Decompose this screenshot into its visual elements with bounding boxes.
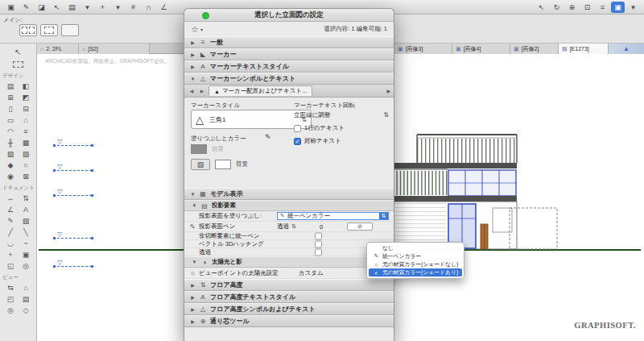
object-icon[interactable]: ○ (19, 160, 34, 171)
layout-preset-1[interactable] (19, 24, 37, 36)
section-floor-symbol-text[interactable]: ▶ △ フロア高度シンボルおよびテキスト (184, 303, 394, 315)
tab-image3[interactable]: ▣ [画像3] (394, 44, 452, 54)
label-icon[interactable]: ✎ (3, 215, 19, 227)
elevation-drawing[interactable] (370, 121, 572, 258)
checkbox-unchecked[interactable] (315, 248, 322, 256)
menu-item-none[interactable]: なし (369, 244, 462, 252)
section-general[interactable]: ▶ ≡ 一般 (184, 36, 394, 48)
dimension-icon[interactable]: ↔ (3, 193, 19, 204)
guide-line-icon[interactable]: ∠ (157, 2, 171, 13)
section-model-display[interactable]: ▼ ▦ モデル表示 (184, 188, 394, 200)
zoom-icon[interactable]: ⊕ (565, 2, 579, 13)
column-icon[interactable]: ▯ (3, 103, 19, 114)
checkbox-unchecked[interactable] (294, 125, 301, 132)
select-arrow-icon[interactable]: ↖ (50, 2, 64, 13)
figure-icon[interactable]: ▣ (19, 249, 34, 260)
stair-icon[interactable]: ≡ (19, 126, 34, 137)
detail-icon[interactable]: ◎ (3, 305, 19, 316)
tab-image4[interactable]: ▣ [画像4] (452, 44, 510, 54)
section-marker-symbol-text[interactable]: ▼ △ マーカーシンボルとテキスト (184, 73, 394, 85)
angle-dimension-icon[interactable]: ∠ (3, 204, 19, 215)
level-marker[interactable]: ▽ (53, 145, 93, 153)
fill-icon[interactable]: ▧ (19, 215, 34, 227)
shell-icon[interactable]: ◠ (3, 126, 19, 137)
projection-fill-select[interactable]: ✎ 統一ペンカラー ⇅ (277, 212, 389, 220)
curtain-wall-icon[interactable]: ▦ (19, 137, 34, 148)
fill-pattern-button[interactable]: ▨ (191, 159, 210, 170)
tab-marker-placement[interactable]: ▲ マーカー配置およびテキスト... (208, 85, 312, 96)
line-icon[interactable]: ╱ (3, 227, 19, 238)
zone-icon[interactable]: ▧ (3, 148, 19, 160)
favorites-caret-icon[interactable]: ▾ (200, 27, 203, 32)
worksheet-icon[interactable]: ▤ (19, 293, 34, 305)
section-marker[interactable]: ▶ ◣ マーカー (184, 48, 394, 60)
marquee-tool-icon[interactable] (5, 58, 32, 70)
favorites-star-icon[interactable]: ☆ (191, 24, 199, 35)
checkbox-unchecked[interactable] (315, 240, 322, 247)
orbit-icon[interactable]: ↻ (550, 2, 564, 13)
snap-magnet-icon[interactable]: ∩ (142, 2, 155, 13)
eraser-icon[interactable]: ◪ (35, 2, 48, 13)
slab-icon[interactable]: ▭ (3, 114, 19, 126)
layout-preset-3[interactable] (61, 24, 79, 36)
arrow-tool-icon[interactable]: ↖ (5, 46, 32, 58)
camera-icon[interactable]: ◎ (19, 260, 34, 272)
pen-number-field[interactable]: 0 (320, 223, 323, 231)
prev-tab-icon[interactable]: ◀ (188, 88, 196, 94)
arc-icon[interactable]: ◡ (3, 238, 19, 249)
tab-s2[interactable]: ⌂ [S2] (79, 44, 150, 54)
lamp-icon[interactable]: ◉ (3, 171, 19, 182)
single-line-text-option[interactable]: 1行のテキスト (294, 124, 345, 132)
tab-image2[interactable]: ▣ [画像2] (510, 44, 559, 54)
level-marker[interactable]: ▽ (53, 195, 93, 203)
checkbox-checked[interactable]: ✓ (294, 138, 301, 145)
checkbox-unchecked[interactable] (315, 232, 322, 239)
morph-icon[interactable]: ◆ (3, 160, 19, 171)
layout-preset-2[interactable] (40, 24, 58, 36)
window-icon[interactable]: ⊞ (3, 92, 19, 103)
level-marker[interactable]: ▽ (53, 170, 93, 178)
text-icon[interactable]: A (19, 204, 34, 215)
skylight-icon[interactable]: ◩ (19, 92, 34, 103)
railing-icon[interactable]: ╫ (3, 137, 19, 148)
drawing-icon[interactable]: ◱ (3, 260, 19, 272)
pen-transparency-select[interactable]: 透過 ⇅ (277, 222, 296, 231)
beam-icon[interactable]: ⊟ (19, 103, 34, 114)
level-marker[interactable]: ▽ (53, 238, 93, 246)
fit-view-icon[interactable]: ⊡ (580, 2, 594, 13)
subsection-projection[interactable]: ▼ ▤ 投影要素 (184, 200, 394, 211)
grid-snap-icon[interactable]: # (126, 2, 140, 13)
mesh-icon[interactable]: ▨ (19, 148, 34, 160)
background-swatch[interactable] (215, 160, 231, 169)
level-dimension-icon[interactable]: ⇅ (19, 193, 34, 204)
close-button[interactable] (202, 12, 209, 19)
pencil-icon[interactable]: ✎ (19, 2, 33, 13)
sun-settings-value[interactable]: カスタム (299, 269, 324, 277)
menu-item-material-no-shade[interactable]: ○ 元の材質カラー(シェードなし) (369, 260, 462, 268)
polyline-icon[interactable]: ╲ (19, 227, 34, 238)
section-floor-height[interactable]: ▶ ⇅ フロア高度 (184, 279, 394, 291)
symmetric-text-option[interactable]: ✓ 対称テキスト (294, 137, 341, 145)
next-tab-icon[interactable]: ▶ (198, 88, 206, 94)
tab-2fl[interactable]: ⌂ 2. 2FL (37, 44, 79, 54)
section-icon[interactable]: ⇆ (3, 282, 19, 293)
elevation-icon[interactable]: ⌂ (19, 282, 34, 293)
opening-icon[interactable]: ⊠ (19, 171, 34, 182)
options-icon[interactable]: ▣ (4, 2, 18, 13)
select-icon[interactable]: ↖ (535, 2, 548, 13)
level-marker[interactable]: ▽ (53, 266, 93, 274)
layers-icon[interactable]: ≡ (596, 2, 609, 13)
foreground-swatch[interactable] (191, 144, 207, 154)
more-tabs-icon[interactable]: ▶ (386, 88, 390, 94)
interior-elevation-icon[interactable]: ◰ (3, 293, 19, 305)
roof-icon[interactable]: ⌂ (19, 114, 34, 126)
wall-icon[interactable]: ▤ (3, 81, 19, 92)
more-icon[interactable]: ▾ (626, 2, 640, 13)
tracker-icon[interactable]: + (96, 2, 109, 13)
caret-a-icon[interactable]: ▾ (80, 2, 94, 13)
spline-icon[interactable]: ~ (19, 238, 34, 249)
section-marker-text-style[interactable]: ▶ A マーカーテキストスタイル (184, 60, 394, 73)
caret-b-icon[interactable]: ▾ (111, 2, 125, 13)
tab-e1273[interactable]: ▤ [E1273] (559, 44, 609, 54)
subsection-sun-shadow[interactable]: ▼ ◑ 太陽光と影 (184, 256, 394, 268)
